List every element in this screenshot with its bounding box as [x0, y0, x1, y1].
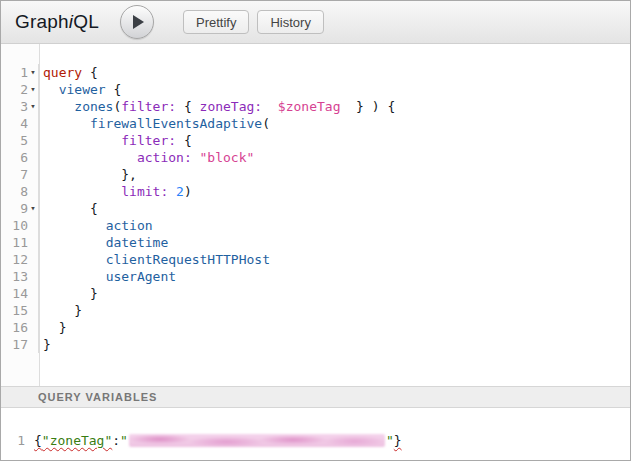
- code-text[interactable]: query {: [39, 64, 98, 81]
- code-line: 12 clientRequestHTTPHost: [1, 251, 630, 268]
- code-token: {: [82, 65, 98, 80]
- code-token: "block": [200, 150, 255, 165]
- fold-arrow-icon[interactable]: ▾: [28, 200, 39, 217]
- line-number: 7: [1, 166, 28, 183]
- code-token: }: [394, 433, 402, 448]
- code-token: query: [43, 65, 82, 80]
- line-number: 10: [1, 217, 28, 234]
- line-number: 6: [1, 149, 28, 166]
- code-token: {: [176, 99, 199, 114]
- code-line: 8 limit: 2): [1, 183, 630, 200]
- code-token: [43, 269, 106, 284]
- code-line: 5 filter: {: [1, 132, 630, 149]
- fold-gutter: [28, 234, 39, 251]
- fold-gutter: [28, 166, 39, 183]
- history-button[interactable]: History: [257, 10, 323, 34]
- code-token: [262, 99, 278, 114]
- code-line: 7 },: [1, 166, 630, 183]
- code-line: 16 }: [1, 319, 630, 336]
- code-text[interactable]: action: [39, 217, 153, 234]
- code-token: {: [106, 82, 122, 97]
- code-token: [43, 252, 106, 267]
- code-token: [43, 218, 106, 233]
- redacted-value: [129, 434, 385, 447]
- app-title-part: Graph: [15, 11, 69, 32]
- code-token: [43, 116, 90, 131]
- code-token: {: [34, 433, 42, 448]
- line-number: 17: [1, 336, 28, 353]
- line-number: 1: [1, 432, 25, 449]
- variables-editor[interactable]: 1 {"zoneTag":""}: [1, 408, 630, 460]
- code-line: 4 firewallEventsAdaptive(: [1, 115, 630, 132]
- code-text[interactable]: zones(filter: { zoneTag: $zoneTag } ) {: [39, 98, 395, 115]
- code-token: [43, 82, 59, 97]
- code-token: {: [176, 133, 192, 148]
- code-text[interactable]: },: [39, 166, 137, 183]
- line-number: 4: [1, 115, 28, 132]
- code-token: {: [43, 201, 98, 216]
- fold-arrow-icon[interactable]: ▾: [28, 64, 39, 81]
- variables-code-text[interactable]: {"zoneTag":""}: [25, 432, 402, 449]
- code-token: [43, 235, 106, 250]
- code-text[interactable]: filter: {: [39, 132, 192, 149]
- code-token: firewallEventsAdaptive: [90, 116, 262, 131]
- line-number: 9: [1, 200, 28, 217]
- code-token: 2: [176, 184, 184, 199]
- prettify-button[interactable]: Prettify: [183, 10, 249, 34]
- fold-arrow-icon[interactable]: ▾: [28, 98, 39, 115]
- fold-gutter: [28, 217, 39, 234]
- code-token: [43, 133, 121, 148]
- fold-arrow-icon[interactable]: ▾: [28, 81, 39, 98]
- query-variables-header[interactable]: QUERY VARIABLES: [1, 386, 630, 408]
- code-text[interactable]: userAgent: [39, 268, 176, 285]
- code-text[interactable]: firewallEventsAdaptive(: [39, 115, 270, 132]
- execute-button[interactable]: [120, 5, 154, 39]
- code-token: filter:: [121, 133, 176, 148]
- variables-line: 1 {"zoneTag":""}: [1, 432, 630, 449]
- code-text[interactable]: }: [39, 319, 66, 336]
- play-icon: [133, 15, 144, 29]
- line-number: 15: [1, 302, 28, 319]
- code-token: filter:: [121, 99, 176, 114]
- code-token: action:: [137, 150, 192, 165]
- code-text[interactable]: {: [39, 200, 98, 217]
- code-token: ": [386, 433, 394, 448]
- fold-gutter: [28, 285, 39, 302]
- code-line: 6 action: "block": [1, 149, 630, 166]
- code-text[interactable]: }: [39, 302, 82, 319]
- code-token: } ) {: [340, 99, 395, 114]
- code-text[interactable]: limit: 2): [39, 183, 192, 200]
- line-number: 14: [1, 285, 28, 302]
- line-number: 11: [1, 234, 28, 251]
- code-token: ): [184, 184, 192, 199]
- code-line: 9▾ {: [1, 200, 630, 217]
- code-text[interactable]: action: "block": [39, 149, 254, 166]
- code-text[interactable]: }: [39, 336, 51, 353]
- code-token: }: [43, 320, 66, 335]
- line-number: 2: [1, 81, 28, 98]
- query-editor[interactable]: 1▾query {2▾ viewer {3▾ zones(filter: { z…: [1, 44, 630, 386]
- code-token: }: [43, 286, 98, 301]
- fold-gutter: [28, 132, 39, 149]
- code-line: 1▾query {: [1, 64, 630, 81]
- code-token: ": [120, 433, 128, 448]
- code-token: zoneTag:: [200, 99, 263, 114]
- code-token: zones: [74, 99, 113, 114]
- code-token: datetime: [106, 235, 169, 250]
- code-token: [43, 184, 121, 199]
- code-text[interactable]: viewer {: [39, 81, 121, 98]
- code-text[interactable]: }: [39, 285, 98, 302]
- code-token: $zoneTag: [278, 99, 341, 114]
- code-token: clientRequestHTTPHost: [106, 252, 270, 267]
- code-text[interactable]: datetime: [39, 234, 168, 251]
- code-token: [43, 99, 74, 114]
- code-token: }: [43, 303, 82, 318]
- fold-gutter: [28, 268, 39, 285]
- topbar: GraphiQL Prettify History: [1, 1, 630, 44]
- code-line: 17}: [1, 336, 630, 353]
- fold-gutter: [28, 302, 39, 319]
- code-text[interactable]: clientRequestHTTPHost: [39, 251, 270, 268]
- line-number: 5: [1, 132, 28, 149]
- code-line: 11 datetime: [1, 234, 630, 251]
- code-line: 10 action: [1, 217, 630, 234]
